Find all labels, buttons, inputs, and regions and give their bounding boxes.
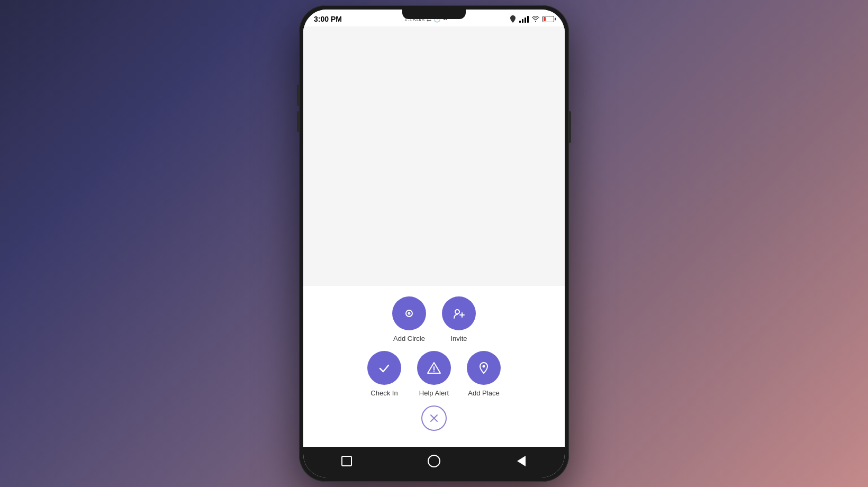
svg-point-3 xyxy=(455,310,459,314)
nav-back-button[interactable] xyxy=(513,453,529,469)
help-alert-icon xyxy=(427,360,441,375)
nav-bar xyxy=(303,447,565,477)
phone-notch xyxy=(402,10,466,19)
invite-label: Invite xyxy=(450,335,467,342)
phone-body: 3:00 PM 1.1KB/s ⇄ 🕐 •• xyxy=(299,5,569,482)
invite-button[interactable]: Invite xyxy=(442,296,476,342)
status-time: 3:00 PM xyxy=(314,15,342,23)
phone-device: 3:00 PM 1.1KB/s ⇄ 🕐 •• xyxy=(299,5,569,482)
signal-icon xyxy=(519,15,529,23)
battery-icon xyxy=(542,16,554,22)
svg-point-2 xyxy=(409,313,410,314)
volume-up-button xyxy=(297,85,299,106)
close-icon xyxy=(429,413,439,423)
volume-down-button xyxy=(297,111,299,132)
add-place-button[interactable]: Add Place xyxy=(467,351,501,397)
nav-recents-icon xyxy=(341,456,352,466)
status-right-icons xyxy=(510,15,554,23)
check-in-label: Check In xyxy=(370,389,397,397)
svg-point-8 xyxy=(483,365,485,368)
add-circle-button[interactable]: Add Circle xyxy=(392,296,426,342)
add-place-icon xyxy=(476,360,491,375)
add-circle-label: Add Circle xyxy=(393,335,425,342)
help-alert-icon-circle xyxy=(417,351,451,385)
power-button xyxy=(569,111,571,143)
phone-screen: 3:00 PM 1.1KB/s ⇄ 🕐 •• xyxy=(303,10,565,477)
nav-back-icon xyxy=(517,456,526,466)
action-menu: Add Circle Invite xyxy=(303,286,565,447)
help-alert-label: Help Alert xyxy=(419,389,449,397)
svg-point-7 xyxy=(433,371,435,372)
wifi-icon xyxy=(532,16,539,22)
nav-home-icon xyxy=(428,455,440,467)
check-in-icon xyxy=(377,360,392,375)
nav-recents-button[interactable] xyxy=(339,453,355,469)
action-row-2: Check In Help Alert xyxy=(367,351,501,397)
add-place-label: Add Place xyxy=(468,389,499,397)
location-icon xyxy=(510,15,516,23)
screen-content: Add Circle Invite xyxy=(303,26,565,447)
invite-icon xyxy=(451,306,466,321)
add-place-icon-circle xyxy=(467,351,501,385)
action-row-1: Add Circle Invite xyxy=(392,296,476,342)
battery-fill xyxy=(544,17,546,21)
check-in-icon-circle xyxy=(367,351,401,385)
check-in-button[interactable]: Check In xyxy=(367,351,401,397)
help-alert-button[interactable]: Help Alert xyxy=(417,351,451,397)
close-button[interactable] xyxy=(421,405,447,431)
invite-icon-circle xyxy=(442,296,476,330)
add-circle-icon-circle xyxy=(392,296,426,330)
nav-home-button[interactable] xyxy=(426,453,442,469)
add-circle-icon xyxy=(402,306,417,321)
